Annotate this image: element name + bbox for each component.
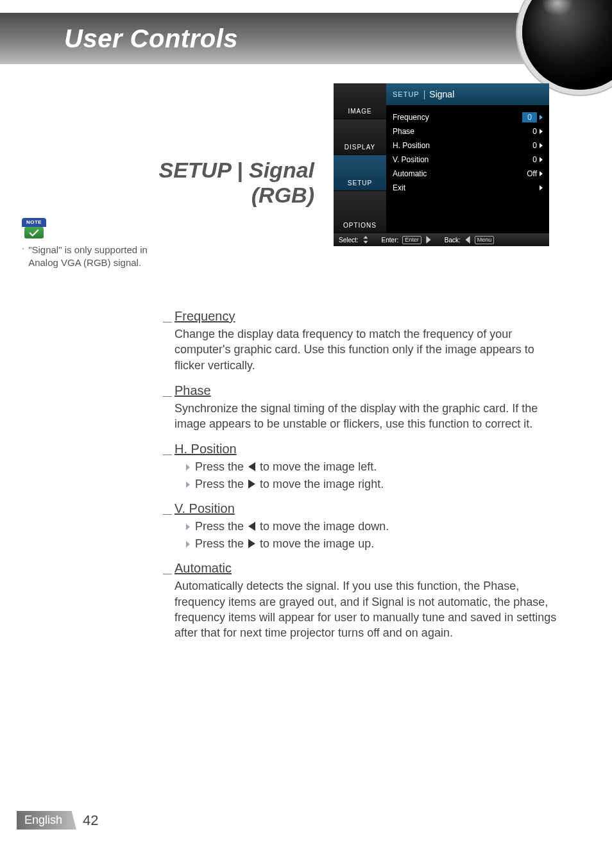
body-phase: Synchronize the signal timing of the dis… bbox=[174, 401, 558, 432]
bullets-vposition: Press the to move the image down. Press … bbox=[186, 520, 558, 551]
page-number: 42 bbox=[83, 812, 98, 829]
bullet-pre: Press the bbox=[195, 460, 247, 473]
right-arrow-icon bbox=[248, 539, 255, 548]
chevron-right-icon bbox=[540, 115, 543, 120]
svg-marker-1 bbox=[363, 236, 368, 238]
diamond-icon bbox=[22, 246, 24, 251]
note-badge-label: NOTE bbox=[22, 218, 46, 227]
osd-row-label: Automatic bbox=[393, 169, 427, 178]
chevron-right-icon bbox=[540, 157, 543, 162]
osd-row-label: V. Position bbox=[393, 155, 429, 164]
bullets-hposition: Press the to move the image left. Press … bbox=[186, 460, 558, 491]
heading-phase: Phase bbox=[174, 383, 558, 398]
osd-breadcrumb: SETUP | Signal bbox=[386, 83, 549, 105]
note-text: "Signal" is only supported in Analog VGA… bbox=[28, 244, 150, 270]
osd-footer-select: Select: bbox=[339, 237, 359, 244]
section-title-line2: (RGB) bbox=[251, 183, 314, 207]
osd-tab-display[interactable]: DISPLAY bbox=[334, 119, 386, 155]
svg-marker-3 bbox=[426, 236, 430, 244]
chevron-right-icon bbox=[540, 185, 543, 190]
lens-decoration bbox=[522, 0, 612, 90]
osd-footer-enter: Enter: bbox=[382, 237, 399, 244]
osd-row-label: Frequency bbox=[393, 113, 429, 122]
bullet-row: Press the to move the image left. bbox=[186, 460, 558, 474]
right-arrow-icon bbox=[248, 480, 255, 488]
note-bullet: "Signal" is only supported in Analog VGA… bbox=[22, 244, 150, 270]
bullet-icon bbox=[186, 481, 190, 488]
osd-row-vposition[interactable]: V. Position 0 bbox=[393, 153, 543, 167]
osd-rows: Frequency 0 Phase 0 H. Position 0 V. Pos… bbox=[386, 105, 549, 206]
osd-tab-options[interactable]: OPTIONS bbox=[334, 191, 386, 233]
osd-breadcrumb-current: Signal bbox=[429, 89, 454, 99]
body-automatic: Automatically detects the signal. If you… bbox=[174, 578, 558, 640]
note-badge: NOTE bbox=[22, 218, 46, 240]
heading-hposition: H. Position bbox=[174, 442, 558, 456]
bullet-pre: Press the bbox=[195, 520, 247, 533]
bullet-post: to move the image down. bbox=[257, 520, 389, 533]
osd-row-automatic[interactable]: Automatic Off bbox=[393, 167, 543, 181]
page-header-title: User Controls bbox=[64, 24, 238, 53]
osd-row-value: 0 bbox=[518, 141, 540, 150]
language-label: English bbox=[17, 811, 76, 830]
updown-icon bbox=[362, 236, 369, 244]
heading-vposition: V. Position bbox=[174, 501, 558, 516]
osd-footer-enter-key: Enter bbox=[402, 236, 421, 244]
page-footer: English 42 bbox=[17, 811, 99, 830]
osd-breadcrumb-sep: | bbox=[422, 89, 427, 99]
osd-row-label: Phase bbox=[393, 127, 414, 136]
bullet-icon bbox=[186, 524, 190, 530]
bullet-row: Press the to move the image up. bbox=[186, 537, 558, 551]
osd-row-exit[interactable]: Exit bbox=[393, 181, 543, 195]
osd-row-label: H. Position bbox=[393, 141, 430, 150]
left-arrow-icon bbox=[248, 522, 255, 531]
osd-row-frequency[interactable]: Frequency 0 bbox=[393, 110, 543, 124]
chevron-right-icon bbox=[540, 143, 543, 148]
section-title: SETUP | Signal (RGB) bbox=[96, 158, 314, 208]
osd-row-hposition[interactable]: H. Position 0 bbox=[393, 138, 543, 153]
osd-tab-image[interactable]: IMAGE bbox=[334, 83, 386, 119]
svg-rect-0 bbox=[22, 247, 24, 250]
osd-breadcrumb-parent: SETUP bbox=[393, 90, 420, 98]
osd-menu: IMAGE DISPLAY SETUP OPTIONS SETUP | Sign… bbox=[334, 83, 549, 246]
chevron-right-icon bbox=[540, 129, 543, 134]
osd-footer-back: Back: bbox=[445, 237, 461, 244]
osd-row-value: Off bbox=[518, 169, 540, 178]
osd-main: SETUP | Signal Frequency 0 Phase 0 H. Po… bbox=[386, 83, 549, 233]
osd-tabs: IMAGE DISPLAY SETUP OPTIONS bbox=[334, 83, 386, 233]
osd-footer: Select: Enter: Enter Back: Menu bbox=[334, 233, 549, 246]
osd-row-value: 0 bbox=[522, 112, 537, 122]
bullet-row: Press the to move the image right. bbox=[186, 478, 558, 491]
osd-row-phase[interactable]: Phase 0 bbox=[393, 124, 543, 138]
bullet-icon bbox=[186, 541, 190, 547]
osd-footer-back-key: Menu bbox=[475, 236, 495, 244]
note-block: NOTE "Signal" is only supported in Analo… bbox=[22, 218, 150, 270]
osd-tab-setup[interactable]: SETUP bbox=[334, 155, 386, 191]
bullet-pre: Press the bbox=[195, 537, 247, 550]
bullet-post: to move the image left. bbox=[257, 460, 377, 473]
bullet-icon bbox=[186, 464, 190, 471]
header-band: User Controls bbox=[0, 13, 612, 64]
osd-row-value: 0 bbox=[518, 155, 540, 164]
bullet-row: Press the to move the image down. bbox=[186, 520, 558, 533]
bullet-post: to move the image up. bbox=[257, 537, 374, 550]
osd-row-label: Exit bbox=[393, 183, 405, 192]
chevron-left-icon bbox=[464, 236, 471, 244]
chevron-right-icon bbox=[425, 236, 432, 244]
heading-automatic: Automatic bbox=[174, 561, 558, 576]
content-body: Frequency Change the display data freque… bbox=[163, 299, 558, 641]
body-frequency: Change the display data frequency to mat… bbox=[174, 326, 558, 373]
bullet-post: to move the image right. bbox=[257, 478, 384, 490]
section-title-line1: SETUP | Signal bbox=[158, 158, 314, 182]
left-arrow-icon bbox=[248, 462, 255, 471]
chevron-right-icon bbox=[540, 171, 543, 176]
bullet-pre: Press the bbox=[195, 478, 247, 490]
osd-row-value: 0 bbox=[518, 127, 540, 136]
checkmark-icon bbox=[24, 227, 44, 238]
svg-marker-4 bbox=[465, 236, 470, 244]
heading-frequency: Frequency bbox=[174, 309, 558, 324]
svg-marker-2 bbox=[363, 241, 368, 244]
